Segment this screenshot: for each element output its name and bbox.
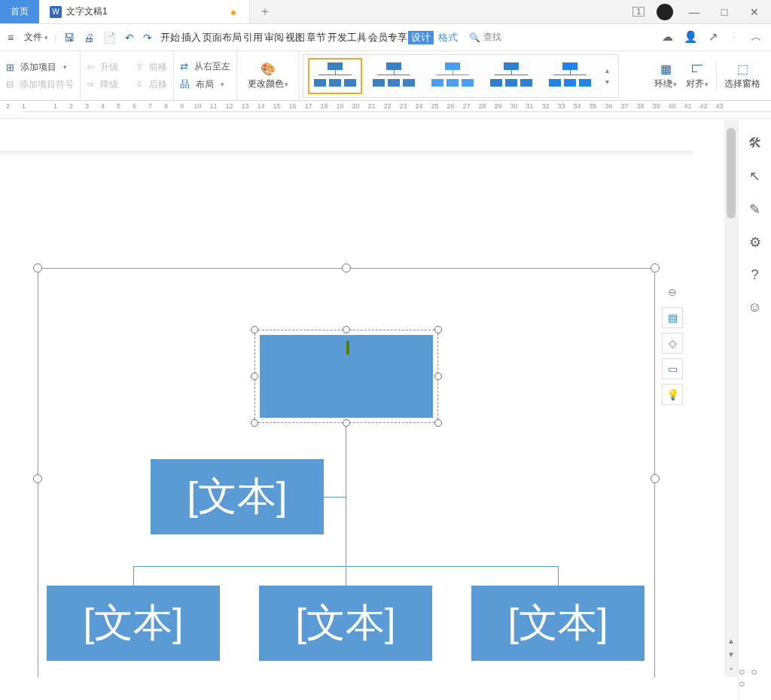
style-option-3[interactable]	[425, 58, 480, 94]
title-tab-bar: 首页 W 文字文稿1 ＋ 1 — □ ✕	[0, 0, 771, 24]
resize-handle[interactable]	[33, 474, 42, 483]
save-icon[interactable]: 🖫	[64, 32, 75, 44]
smartart-assistant-node[interactable]: [文本]	[151, 459, 324, 534]
maximize-button[interactable]: □	[715, 6, 733, 18]
search-box[interactable]: 🔍 查找	[469, 31, 501, 44]
shape-handle[interactable]	[343, 326, 350, 333]
style-option-4[interactable]	[484, 58, 538, 94]
print-icon[interactable]: 📄	[103, 32, 116, 44]
minimize-button[interactable]: —	[685, 6, 703, 18]
smartart-child-node[interactable]: [文本]	[471, 586, 645, 661]
resize-handle[interactable]	[342, 263, 351, 272]
style-option-1[interactable]	[308, 58, 362, 94]
shape-handle[interactable]	[343, 419, 350, 427]
hamburger-icon[interactable]: ≡	[0, 32, 18, 44]
undo-icon[interactable]: ↶	[125, 32, 134, 44]
float-idea-icon[interactable]: 💡	[662, 384, 683, 405]
side-tool-select-icon[interactable]: ↖	[749, 168, 760, 184]
menu-bar: ≡ 文件▾ | 🖫 🖨 📄 ↶ ↷ 开始 插入 页面布局 引用 审阅 视图 章节…	[0, 24, 771, 51]
rtl-icon: ⇄	[180, 61, 188, 72]
promote-button: 升级	[100, 61, 118, 74]
ribbon-toolbar: ⊞添加项目▾ ⊟添加项目符号 ⇦升级 ⇧前移 ⇨降级 ⇩后移 ⇄从右至左 品布局…	[0, 51, 771, 101]
menu-review[interactable]: 审阅	[264, 31, 285, 44]
side-tool-assistant-icon[interactable]: 🛠	[748, 135, 762, 151]
tab-document[interactable]: W 文字文稿1	[39, 0, 250, 23]
menu-format[interactable]: 格式	[434, 31, 459, 44]
scroll-options-icon[interactable]: ∘	[724, 664, 738, 677]
tab-document-label: 文字文稿1	[66, 5, 108, 18]
smartart-root-node[interactable]	[254, 330, 438, 423]
menu-reference[interactable]: 引用	[242, 31, 264, 44]
menu-pagelayout[interactable]: 页面布局	[202, 31, 242, 44]
user-avatar[interactable]	[657, 4, 673, 20]
select-pane-button[interactable]: ⬚选择窗格	[720, 61, 765, 90]
smartart-style-gallery: ▴▾	[303, 54, 619, 98]
add-item-button[interactable]: 添加项目	[20, 61, 56, 74]
collapse-ribbon-icon[interactable]: ︿	[751, 30, 762, 44]
float-outline-icon[interactable]: ▭	[662, 358, 683, 379]
close-button[interactable]: ✕	[745, 6, 763, 18]
share-icon[interactable]: ↗	[709, 30, 718, 44]
menu-view[interactable]: 视图	[285, 31, 306, 44]
shape-handle[interactable]	[434, 326, 442, 333]
shape-handle[interactable]	[251, 419, 258, 427]
file-menu[interactable]: 文件▾	[18, 31, 54, 44]
move-fwd-icon: ⇧	[136, 62, 143, 72]
child-text: [文本]	[84, 597, 184, 650]
float-layout-icon[interactable]: ▤	[662, 307, 683, 328]
file-menu-label: 文件	[24, 31, 42, 44]
search-label: 查找	[483, 31, 501, 44]
float-collapse-icon[interactable]: ⊖	[662, 282, 683, 303]
side-tool-settings-icon[interactable]: ⚙	[749, 234, 761, 251]
align-button[interactable]: ⫍对齐▾	[681, 61, 713, 90]
wrap-button[interactable]: ▦环绕▾	[650, 61, 681, 90]
smartart-float-toolbar: ⊖ ▤ ◇ ▭ 💡	[660, 282, 684, 405]
scroll-up-icon[interactable]: ▲	[724, 637, 738, 650]
scroll-down-icon[interactable]: ▼	[724, 650, 738, 664]
menu-chapter[interactable]: 章节	[306, 31, 327, 44]
gallery-more-button[interactable]: ▴▾	[602, 66, 614, 86]
side-tool-feedback-icon[interactable]: ☺	[748, 300, 761, 315]
float-fill-icon[interactable]: ◇	[662, 333, 683, 354]
window-count-badge[interactable]: 1	[632, 7, 645, 17]
tab-home[interactable]: 首页	[0, 0, 39, 23]
menu-start[interactable]: 开始	[160, 31, 181, 44]
menu-insert[interactable]: 插入	[181, 31, 202, 44]
layout-icon: 品	[180, 78, 190, 91]
side-tool-pen-icon[interactable]: ✎	[749, 201, 760, 218]
horizontal-ruler[interactable]: 2112345678910111213141516171819202122232…	[0, 101, 771, 119]
shape-handle[interactable]	[434, 419, 442, 427]
resize-handle[interactable]	[651, 474, 660, 483]
demote-icon: ⇨	[87, 79, 94, 90]
cloud-icon[interactable]: ☁	[662, 30, 673, 44]
rtl-button[interactable]: 从右至左	[194, 60, 230, 73]
resize-handle[interactable]	[33, 263, 42, 272]
shape-handle[interactable]	[434, 373, 442, 380]
change-color-button[interactable]: 🎨 更改颜色▾	[243, 61, 293, 90]
right-side-toolbar: 🛠 ↖ ✎ ⚙ ? ☺ ○ ○ ○	[738, 120, 771, 700]
style-option-5[interactable]	[543, 58, 597, 94]
redo-icon[interactable]: ↷	[143, 32, 152, 44]
assistant-text: [文本]	[187, 470, 288, 523]
menu-design[interactable]: 设计	[408, 31, 434, 44]
style-option-2[interactable]	[367, 58, 421, 94]
shape-handle[interactable]	[251, 326, 258, 333]
print-preview-icon[interactable]: 🖨	[84, 32, 94, 44]
resize-handle[interactable]	[651, 263, 660, 272]
scrollbar-thumb[interactable]	[727, 128, 736, 218]
side-tool-more-icon[interactable]: ○ ○ ○	[739, 665, 771, 689]
share-user-icon[interactable]: 👤	[684, 30, 698, 44]
shape-handle[interactable]	[251, 373, 258, 380]
move-fwd-button: 前移	[149, 61, 167, 74]
add-bullet-icon: ⊟	[6, 79, 14, 90]
smartart-child-node[interactable]: [文本]	[259, 586, 432, 661]
vertical-scrollbar[interactable]: ▲ ▼ ∘	[724, 120, 738, 677]
document-canvas[interactable]: [文本] [文本] [文本] [文本] ⊖ ▤ ◇ ▭ 💡	[0, 120, 738, 677]
side-tool-help-icon[interactable]: ?	[751, 267, 758, 283]
new-tab-button[interactable]: ＋	[250, 4, 280, 20]
menu-devtools[interactable]: 开发工具	[327, 31, 367, 44]
layout-button[interactable]: 布局	[196, 78, 214, 91]
menu-member[interactable]: 会员专享	[367, 31, 408, 44]
smartart-child-node[interactable]: [文本]	[47, 586, 220, 661]
move-back-icon: ⇩	[136, 79, 143, 90]
